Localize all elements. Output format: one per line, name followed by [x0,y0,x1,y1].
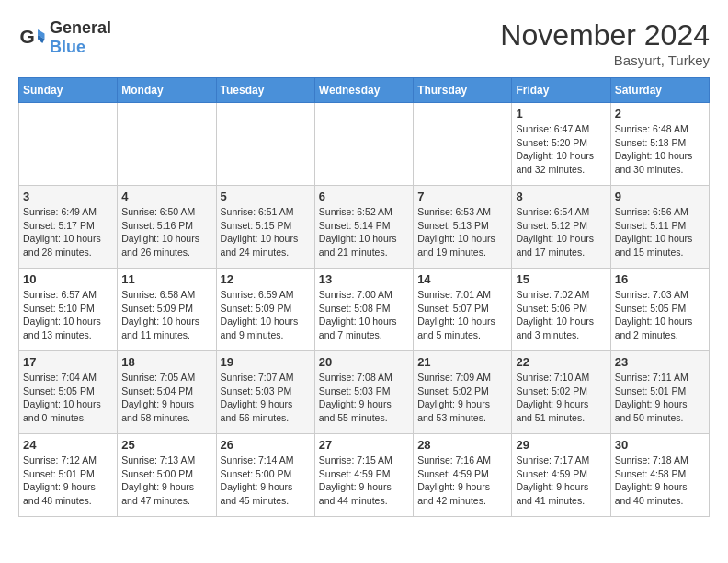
calendar-cell: 30Sunrise: 7:18 AMSunset: 4:58 PMDayligh… [610,434,709,517]
day-info: Sunrise: 6:58 AMSunset: 5:09 PMDaylight:… [121,288,211,342]
calendar-cell: 19Sunrise: 7:07 AMSunset: 5:03 PMDayligh… [216,351,314,434]
day-number: 5 [221,190,311,203]
calendar-cell: 9Sunrise: 6:56 AMSunset: 5:11 PMDaylight… [610,186,709,269]
day-info: Sunrise: 7:15 AMSunset: 4:59 PMDaylight:… [319,454,409,508]
day-number: 8 [516,190,606,203]
calendar-cell: 10Sunrise: 6:57 AMSunset: 5:10 PMDayligh… [19,269,118,351]
calendar-cell: 28Sunrise: 7:16 AMSunset: 4:59 PMDayligh… [414,434,512,517]
day-info: Sunrise: 6:57 AMSunset: 5:10 PMDaylight:… [23,288,113,342]
svg-text:G: G [20,26,35,47]
calendar-cell: 29Sunrise: 7:17 AMSunset: 4:59 PMDayligh… [512,434,610,517]
day-info: Sunrise: 6:51 AMSunset: 5:15 PMDaylight:… [221,205,311,259]
day-of-week-header: Sunday [19,78,118,103]
calendar-cell: 14Sunrise: 7:01 AMSunset: 5:07 PMDayligh… [414,269,512,351]
day-info: Sunrise: 6:56 AMSunset: 5:11 PMDaylight:… [615,205,705,259]
page-header: G General Blue November 2024 Basyurt, Tu… [18,18,710,68]
day-number: 14 [417,272,507,286]
day-number: 27 [319,438,409,452]
calendar-cell [216,103,314,186]
day-info: Sunrise: 6:48 AMSunset: 5:18 PMDaylight:… [615,122,705,177]
day-info: Sunrise: 7:02 AMSunset: 5:06 PMDaylight:… [516,288,606,342]
day-info: Sunrise: 7:04 AMSunset: 5:05 PMDaylight:… [23,371,113,425]
calendar-cell: 3Sunrise: 6:49 AMSunset: 5:17 PMDaylight… [19,186,118,269]
calendar-cell: 11Sunrise: 6:58 AMSunset: 5:09 PMDayligh… [118,269,216,351]
day-info: Sunrise: 7:14 AMSunset: 5:00 PMDaylight:… [221,454,311,508]
calendar-week-row: 17Sunrise: 7:04 AMSunset: 5:05 PMDayligh… [19,351,710,434]
day-number: 10 [23,272,113,286]
day-of-week-header: Wednesday [314,78,413,103]
day-number: 22 [516,355,606,369]
logo-icon: G [18,24,46,52]
calendar-cell: 16Sunrise: 7:03 AMSunset: 5:05 PMDayligh… [610,269,709,351]
day-number: 6 [319,190,409,203]
calendar-cell: 22Sunrise: 7:10 AMSunset: 5:02 PMDayligh… [512,351,610,434]
day-info: Sunrise: 7:08 AMSunset: 5:03 PMDaylight:… [319,371,409,425]
day-number: 23 [615,355,705,369]
day-number: 26 [221,438,311,452]
calendar-cell: 6Sunrise: 6:52 AMSunset: 5:14 PMDaylight… [314,186,413,269]
calendar-week-row: 24Sunrise: 7:12 AMSunset: 5:01 PMDayligh… [19,434,710,517]
day-info: Sunrise: 7:00 AMSunset: 5:08 PMDaylight:… [319,288,409,342]
day-info: Sunrise: 7:18 AMSunset: 4:58 PMDaylight:… [615,454,705,508]
day-number: 19 [221,355,311,369]
day-info: Sunrise: 7:03 AMSunset: 5:05 PMDaylight:… [615,288,705,342]
day-number: 20 [319,355,409,369]
day-number: 18 [121,355,211,369]
day-number: 7 [417,190,507,203]
calendar-cell [314,103,413,186]
day-number: 24 [23,438,113,452]
calendar-week-row: 1Sunrise: 6:47 AMSunset: 5:20 PMDaylight… [19,103,710,186]
calendar-cell: 5Sunrise: 6:51 AMSunset: 5:15 PMDaylight… [216,186,314,269]
day-number: 1 [516,107,606,121]
logo: G General Blue [18,18,111,57]
day-number: 28 [417,438,507,452]
calendar-cell: 4Sunrise: 6:50 AMSunset: 5:16 PMDaylight… [118,186,216,269]
day-info: Sunrise: 7:10 AMSunset: 5:02 PMDaylight:… [516,371,606,425]
calendar-cell: 13Sunrise: 7:00 AMSunset: 5:08 PMDayligh… [314,269,413,351]
calendar-cell: 20Sunrise: 7:08 AMSunset: 5:03 PMDayligh… [314,351,413,434]
calendar-cell: 2Sunrise: 6:48 AMSunset: 5:18 PMDaylight… [610,103,709,186]
day-number: 9 [615,190,705,203]
calendar-cell: 21Sunrise: 7:09 AMSunset: 5:02 PMDayligh… [414,351,512,434]
day-number: 2 [615,107,705,121]
day-info: Sunrise: 7:13 AMSunset: 5:00 PMDaylight:… [121,454,211,508]
day-info: Sunrise: 7:05 AMSunset: 5:04 PMDaylight:… [121,371,211,425]
day-info: Sunrise: 6:52 AMSunset: 5:14 PMDaylight:… [319,205,409,259]
day-number: 11 [121,272,211,286]
day-of-week-header: Saturday [610,78,709,103]
day-info: Sunrise: 7:11 AMSunset: 5:01 PMDaylight:… [615,371,705,425]
location-title: Basyurt, Turkey [500,52,710,68]
day-of-week-header: Monday [118,78,216,103]
calendar-cell: 27Sunrise: 7:15 AMSunset: 4:59 PMDayligh… [314,434,413,517]
calendar-week-row: 10Sunrise: 6:57 AMSunset: 5:10 PMDayligh… [19,269,710,351]
calendar-cell: 7Sunrise: 6:53 AMSunset: 5:13 PMDaylight… [414,186,512,269]
day-of-week-header: Friday [512,78,610,103]
day-info: Sunrise: 6:49 AMSunset: 5:17 PMDaylight:… [23,205,113,259]
calendar-cell [414,103,512,186]
day-info: Sunrise: 7:17 AMSunset: 4:59 PMDaylight:… [516,454,606,508]
day-info: Sunrise: 7:07 AMSunset: 5:03 PMDaylight:… [221,371,311,425]
calendar-cell [19,103,118,186]
day-number: 12 [221,272,311,286]
calendar-cell: 23Sunrise: 7:11 AMSunset: 5:01 PMDayligh… [610,351,709,434]
calendar-cell: 24Sunrise: 7:12 AMSunset: 5:01 PMDayligh… [19,434,118,517]
day-info: Sunrise: 7:16 AMSunset: 4:59 PMDaylight:… [417,454,507,508]
calendar-cell: 25Sunrise: 7:13 AMSunset: 5:00 PMDayligh… [118,434,216,517]
calendar-header-row: SundayMondayTuesdayWednesdayThursdayFrid… [19,78,710,103]
day-info: Sunrise: 6:47 AMSunset: 5:20 PMDaylight:… [516,122,606,177]
calendar-cell: 8Sunrise: 6:54 AMSunset: 5:12 PMDaylight… [512,186,610,269]
logo-blue: Blue [50,38,85,56]
calendar-table: SundayMondayTuesdayWednesdayThursdayFrid… [18,77,710,517]
calendar-cell: 26Sunrise: 7:14 AMSunset: 5:00 PMDayligh… [216,434,314,517]
day-number: 3 [23,190,113,203]
calendar-cell: 1Sunrise: 6:47 AMSunset: 5:20 PMDaylight… [512,103,610,186]
calendar-cell: 18Sunrise: 7:05 AMSunset: 5:04 PMDayligh… [118,351,216,434]
day-number: 30 [615,438,705,452]
day-number: 21 [417,355,507,369]
day-number: 4 [121,190,211,203]
day-info: Sunrise: 6:53 AMSunset: 5:13 PMDaylight:… [417,205,507,259]
day-info: Sunrise: 6:54 AMSunset: 5:12 PMDaylight:… [516,205,606,259]
calendar-cell: 12Sunrise: 6:59 AMSunset: 5:09 PMDayligh… [216,269,314,351]
calendar-week-row: 3Sunrise: 6:49 AMSunset: 5:17 PMDaylight… [19,186,710,269]
day-of-week-header: Thursday [414,78,512,103]
